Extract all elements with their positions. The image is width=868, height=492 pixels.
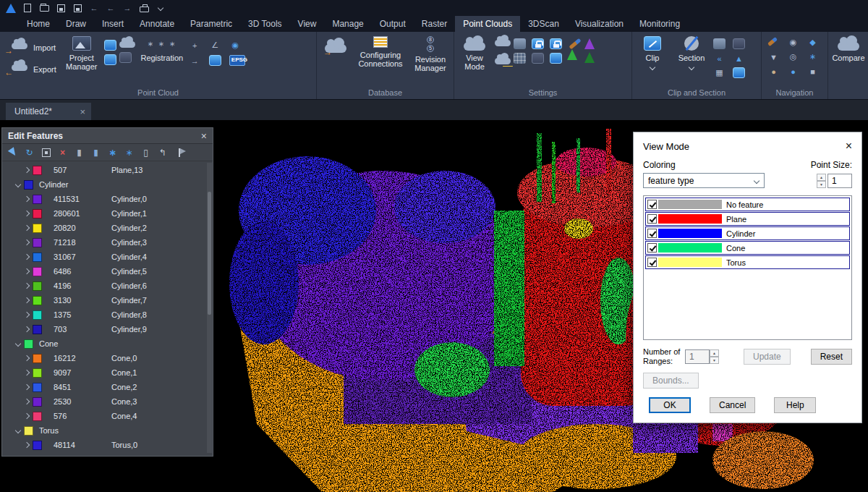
- project-manager-button[interactable]: Project Manager: [62, 34, 101, 71]
- open-folder-icon[interactable]: [37, 1, 51, 14]
- lock-display-icon[interactable]: [532, 38, 544, 49]
- document-tab-untitled2[interactable]: Untitled2* ×: [6, 103, 91, 120]
- feature-tree-row[interactable]: 6486 Cylinder,5: [2, 264, 213, 279]
- bar-display-icon[interactable]: ▯: [139, 145, 153, 159]
- ribbon-tab-insert[interactable]: Insert: [94, 16, 132, 32]
- chevron-icon[interactable]: [22, 368, 31, 377]
- orbit-sphere-icon[interactable]: ●: [787, 66, 799, 77]
- point-cloud-region-icon[interactable]: [104, 40, 116, 51]
- reset-button[interactable]: Reset: [811, 349, 852, 365]
- flag-icon[interactable]: [172, 145, 186, 159]
- chevron-icon[interactable]: [22, 224, 31, 232]
- ribbon-tab-view[interactable]: View: [290, 16, 325, 32]
- feature-tree-row[interactable]: Cylinder: [2, 177, 213, 192]
- chevron-icon[interactable]: [22, 166, 31, 174]
- configuring-connections-button[interactable]: Configuring Connections: [354, 34, 407, 68]
- section-save-icon[interactable]: [733, 38, 745, 49]
- ribbon-tab-parametric[interactable]: Parametric: [182, 16, 240, 32]
- edit-features-close-icon[interactable]: ×: [201, 130, 207, 142]
- update-button[interactable]: Update: [744, 349, 791, 365]
- chevron-icon[interactable]: [14, 180, 22, 189]
- add-feature-icon[interactable]: ∗: [106, 145, 119, 159]
- point-size-input[interactable]: 1: [827, 174, 852, 188]
- chevron-icon[interactable]: [22, 238, 31, 247]
- merge-feature-icon[interactable]: ∗: [122, 145, 136, 159]
- clip-dropdown-icon[interactable]: [648, 63, 657, 72]
- tree-scrollbar[interactable]: [207, 163, 212, 453]
- registration-button[interactable]: ∗ ∗ ∗ Registration: [138, 34, 186, 62]
- quick-access-menu-icon[interactable]: [153, 1, 168, 14]
- spark-icon[interactable]: ∗: [807, 51, 819, 62]
- shading-icon[interactable]: [532, 53, 544, 64]
- epsg-button[interactable]: EPSG: [229, 55, 245, 66]
- chevron-icon[interactable]: [22, 412, 31, 420]
- cloud-upload-icon[interactable]: [119, 41, 135, 48]
- ok-button[interactable]: OK: [649, 397, 691, 413]
- delete-feature-icon[interactable]: ×: [56, 145, 69, 159]
- chevron-icon[interactable]: [22, 354, 31, 362]
- feature-tree-row[interactable]: Torus: [2, 423, 213, 438]
- section-capture-icon[interactable]: [713, 38, 726, 49]
- chevron-icon[interactable]: [22, 253, 31, 261]
- forward-icon[interactable]: →: [120, 1, 135, 14]
- cloud-density-icon[interactable]: [495, 40, 511, 46]
- feature-tree-row[interactable]: 3130 Cylinder,7: [2, 293, 213, 308]
- save-icon[interactable]: [54, 1, 68, 14]
- select-features-icon[interactable]: [6, 145, 20, 159]
- fit-points-icon[interactable]: +: [189, 40, 201, 51]
- feature-tree-row[interactable]: 2530 Cone,3: [2, 394, 213, 409]
- chevron-icon[interactable]: [22, 209, 31, 218]
- section-dropdown-icon[interactable]: [687, 63, 696, 72]
- turn-icon[interactable]: ▼: [767, 51, 780, 62]
- chevron-icon[interactable]: [14, 426, 22, 435]
- view-mode-button[interactable]: View Mode: [457, 34, 492, 71]
- voxel-grid-icon[interactable]: [514, 53, 526, 64]
- column-icon[interactable]: ▮: [72, 145, 86, 159]
- cloud-lighting-icon[interactable]: [495, 58, 511, 64]
- look-around-icon[interactable]: ◉: [787, 37, 799, 48]
- arrow-up-icon[interactable]: ▲: [733, 53, 745, 64]
- paintbrush-icon[interactable]: [569, 38, 581, 49]
- cancel-button[interactable]: Cancel: [710, 397, 755, 413]
- target-icon[interactable]: ◎: [787, 51, 799, 62]
- ranges-input[interactable]: 1: [685, 349, 710, 364]
- corner-arrow-icon[interactable]: ↰: [156, 145, 169, 159]
- section-plane-icon[interactable]: [733, 67, 745, 78]
- ribbon-tab-3d-tools[interactable]: 3D Tools: [240, 16, 289, 32]
- feature-tree-row[interactable]: 1375 Cylinder,8: [2, 308, 213, 322]
- column-export-icon[interactable]: ▮: [89, 145, 103, 159]
- feature-tree-row[interactable]: 703 Cylinder,9: [2, 322, 213, 336]
- feature-tree-row[interactable]: 4196 Cylinder,6: [2, 279, 213, 293]
- tree-filter-icon[interactable]: [584, 52, 595, 63]
- ribbon-tab-raster[interactable]: Raster: [414, 16, 455, 32]
- chevron-icon[interactable]: [22, 296, 31, 305]
- feature-checkbox[interactable]: [647, 214, 657, 224]
- point-cloud-detach-icon[interactable]: [119, 52, 132, 63]
- transform-arrow-icon[interactable]: →: [189, 55, 201, 66]
- arrows-left-icon[interactable]: «: [713, 53, 726, 64]
- section-grid-icon[interactable]: ▦: [713, 67, 726, 78]
- draw-path-icon[interactable]: [767, 37, 778, 46]
- chevron-icon[interactable]: [22, 267, 31, 276]
- feature-tree-row[interactable]: Cone: [2, 336, 213, 351]
- ranges-spinner[interactable]: ▲▼: [710, 349, 719, 364]
- undo-icon[interactable]: ←: [87, 1, 101, 14]
- point-size-spinner[interactable]: ▲▼: [817, 174, 826, 188]
- import-button[interactable]: → Import: [6, 41, 56, 54]
- ground-detect-icon[interactable]: [514, 38, 526, 49]
- chevron-icon[interactable]: [22, 325, 31, 334]
- cloud-transfer-button[interactable]: →: [320, 34, 352, 56]
- ribbon-tab-output[interactable]: Output: [372, 16, 414, 32]
- view-cube-icon[interactable]: ■: [807, 66, 819, 77]
- feature-tree-row[interactable]: 8451 Cone,2: [2, 380, 213, 394]
- ribbon-tab-3dscan[interactable]: 3DScan: [520, 16, 567, 32]
- chevron-icon[interactable]: [22, 441, 31, 449]
- feature-checkbox[interactable]: [647, 229, 657, 238]
- feature-tree-row[interactable]: 9097 Cone,1: [2, 365, 213, 380]
- back-icon[interactable]: ←: [103, 1, 118, 14]
- ribbon-tab-annotate[interactable]: Annotate: [132, 16, 182, 32]
- feature-tree-row[interactable]: 20820 Cylinder,2: [2, 221, 213, 235]
- document-tab-close-icon[interactable]: ×: [80, 106, 85, 117]
- feature-row[interactable]: Cylinder: [645, 226, 850, 240]
- fly-mode-icon[interactable]: ◆: [807, 37, 819, 48]
